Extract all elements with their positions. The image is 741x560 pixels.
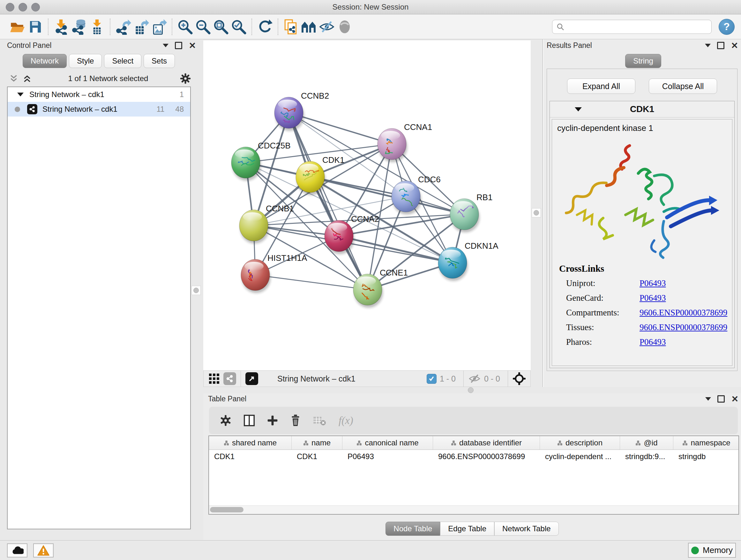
- export-image-button[interactable]: [150, 18, 168, 36]
- node-CDC6[interactable]: CDC6: [392, 175, 441, 214]
- table-horizontal-scrollbar[interactable]: [209, 505, 738, 514]
- edge-CCNB2-CCNE1[interactable]: [289, 113, 367, 290]
- table-options-gear-icon[interactable]: [220, 415, 231, 426]
- gene-expand-icon[interactable]: [575, 107, 582, 111]
- table-row[interactable]: CDK1CDK1P064939606.ENSP00000378699cyclin…: [209, 450, 738, 463]
- zoom-fit-button[interactable]: [212, 18, 230, 36]
- detach-view-button[interactable]: [246, 372, 258, 385]
- panel-float-icon[interactable]: [718, 395, 725, 402]
- selected-nodes-checkbox[interactable]: [427, 374, 436, 384]
- node-CCNE1[interactable]: CCNE1: [353, 268, 408, 308]
- tab-node-table[interactable]: Node Table: [386, 522, 440, 536]
- panel-float-icon[interactable]: [175, 42, 182, 49]
- save-session-button[interactable]: [26, 18, 44, 36]
- new-network-from-selection-button[interactable]: [282, 18, 300, 36]
- hidden-eye-icon[interactable]: [468, 373, 481, 384]
- edge-CCNB2-CCNA1[interactable]: [289, 113, 392, 144]
- control-tab-network[interactable]: Network: [23, 54, 67, 68]
- column-header-name[interactable]: name: [292, 436, 342, 449]
- tab-string[interactable]: String: [625, 54, 661, 68]
- column-header-database-identifier[interactable]: database identifier: [433, 436, 540, 449]
- import-network-from-file-button[interactable]: [52, 18, 70, 36]
- crosslink-link[interactable]: 9606.ENSP00000378699: [639, 320, 727, 334]
- add-column-icon[interactable]: [267, 415, 278, 426]
- expand-all-button[interactable]: Expand All: [567, 78, 635, 94]
- crosslink-link[interactable]: P06493: [639, 291, 666, 305]
- control-tab-style[interactable]: Style: [69, 54, 102, 68]
- import-table-from-file-button[interactable]: [88, 18, 106, 36]
- first-neighbors-button[interactable]: [300, 18, 318, 36]
- column-header-description[interactable]: description: [540, 436, 620, 449]
- network-row-selected[interactable]: String Network – cdk1 11 48: [8, 102, 190, 117]
- network-graph[interactable]: CCNB2CCNA1CDC25BCDK1CDC6RB1CCNB1CCNA2CDK…: [203, 40, 531, 371]
- table-cell[interactable]: CDK1: [209, 450, 292, 463]
- import-network-from-database-button[interactable]: [70, 18, 88, 36]
- splitter-handle[interactable]: [468, 387, 474, 393]
- memory-button[interactable]: Memory: [688, 543, 736, 558]
- birds-eye-view-button[interactable]: [209, 373, 219, 384]
- horizontal-splitter[interactable]: [200, 387, 741, 393]
- panel-collapse-icon[interactable]: [705, 44, 711, 47]
- panel-close-icon[interactable]: ✕: [731, 43, 738, 49]
- search-field[interactable]: [552, 20, 712, 34]
- tab-network-table[interactable]: Network Table: [494, 522, 559, 536]
- table-cell[interactable]: 9606.ENSP00000378699: [433, 450, 540, 463]
- export-network-button[interactable]: [114, 18, 132, 36]
- column-header-shared-name[interactable]: shared name: [209, 436, 292, 449]
- node-RB1[interactable]: RB1: [450, 192, 493, 233]
- expand-all-networks-icon[interactable]: [10, 74, 18, 83]
- center-view-button[interactable]: [513, 372, 526, 385]
- search-input[interactable]: [567, 22, 708, 32]
- crosslink-link[interactable]: P06493: [639, 334, 666, 349]
- warnings-button[interactable]: [33, 543, 54, 557]
- panel-collapse-icon[interactable]: [163, 44, 169, 47]
- table-cell[interactable]: stringdb:9...: [620, 450, 673, 463]
- refresh-view-button[interactable]: [256, 18, 274, 36]
- collapse-all-button[interactable]: Collapse All: [649, 78, 717, 94]
- control-tab-select[interactable]: Select: [104, 54, 141, 68]
- hide-selected-button[interactable]: [318, 18, 336, 36]
- show-columns-icon[interactable]: [244, 414, 255, 427]
- panel-float-icon[interactable]: [717, 42, 724, 49]
- control-tab-sets[interactable]: Sets: [144, 54, 175, 68]
- cloud-status-button[interactable]: [7, 543, 27, 557]
- zoom-in-button[interactable]: [176, 18, 194, 36]
- edge-HIST1H1A-CCNE1[interactable]: [255, 275, 367, 290]
- table-cell[interactable]: CDK1: [292, 450, 342, 463]
- zoom-out-button[interactable]: [194, 18, 212, 36]
- edge-CDK1-RB1[interactable]: [310, 177, 464, 214]
- scrollbar-thumb[interactable]: [210, 507, 244, 512]
- table-cell[interactable]: stringdb: [673, 450, 739, 463]
- collapse-all-networks-icon[interactable]: [23, 74, 31, 83]
- left-splitter-handle[interactable]: [192, 286, 201, 295]
- node-CCNB2[interactable]: CCNB2: [274, 91, 329, 131]
- panel-close-icon[interactable]: ✕: [189, 43, 196, 49]
- edge-CCNA2-CDKN1A[interactable]: [339, 236, 453, 263]
- collection-expand-icon[interactable]: [17, 92, 23, 97]
- delete-column-icon[interactable]: [290, 415, 301, 427]
- node-HIST1H1A[interactable]: HIST1H1A: [241, 253, 307, 293]
- open-session-button[interactable]: [8, 18, 26, 36]
- gear-icon[interactable]: [180, 73, 191, 84]
- export-table-button[interactable]: [132, 18, 150, 36]
- show-all-button[interactable]: [336, 18, 354, 36]
- crosslink-link[interactable]: 9606.ENSP00000378699: [639, 305, 727, 320]
- column-header-canonical-name[interactable]: canonical name: [342, 436, 433, 449]
- network-collection-row[interactable]: String Network – cdk1 1: [8, 87, 190, 102]
- network-canvas[interactable]: CCNB2CCNA1CDC25BCDK1CDC6RB1CCNB1CCNA2CDK…: [203, 40, 531, 371]
- help-button[interactable]: ?: [719, 19, 735, 35]
- node-CDKN1A[interactable]: CDKN1A: [438, 241, 498, 281]
- table-cell[interactable]: P06493: [342, 450, 433, 463]
- network-overview-button[interactable]: [223, 372, 236, 385]
- gene-header-row[interactable]: CDK1: [550, 101, 734, 118]
- column-header-namespace[interactable]: namespace: [673, 436, 739, 449]
- panel-close-icon[interactable]: ✕: [731, 396, 738, 402]
- crosslink-link[interactable]: P06493: [639, 276, 666, 291]
- tab-edge-table[interactable]: Edge Table: [440, 522, 494, 536]
- panel-collapse-icon[interactable]: [705, 397, 711, 401]
- column-header--id[interactable]: @id: [620, 436, 673, 449]
- table-cell[interactable]: cyclin-dependent ...: [540, 450, 620, 463]
- node-CDK1[interactable]: CDK1: [296, 155, 344, 195]
- right-splitter-handle[interactable]: [532, 208, 541, 217]
- zoom-selected-button[interactable]: [230, 18, 248, 36]
